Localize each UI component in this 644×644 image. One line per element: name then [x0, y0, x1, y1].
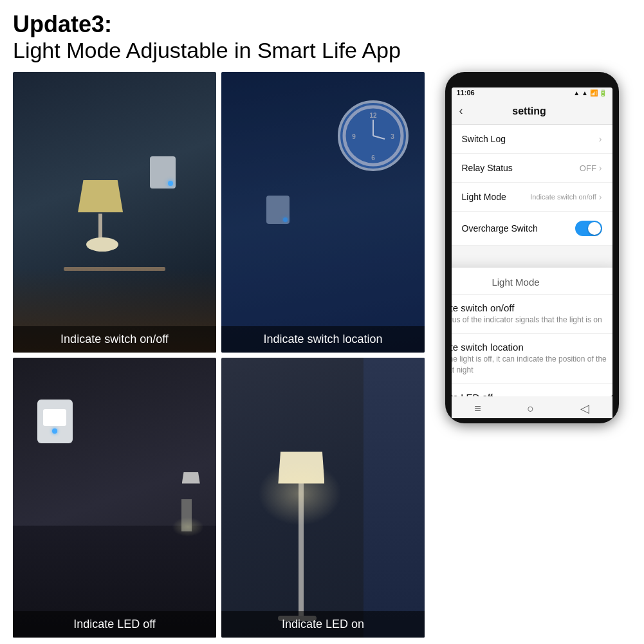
menu-row-switch-log[interactable]: Switch Log › [452, 125, 612, 154]
menu-row-lightmode[interactable]: Light Mode Indicate switch on/off › [452, 183, 612, 212]
dropdown-item-0[interactable]: Indicate switch on/off The status of the… [452, 295, 612, 328]
phone-header: ‹ setting [452, 98, 612, 125]
menu-label-overcharge: Overcharge Switch [462, 223, 538, 234]
caption-bedroom: Indicate switch location [221, 326, 425, 353]
page: Update3: Light Mode Adjustable in Smart … [0, 0, 644, 644]
dropdown-item-sub-1: When the light is off, it can indicate t… [452, 354, 607, 376]
home-circle-icon[interactable]: ○ [527, 402, 534, 416]
image-bedroom: 12 3 6 9 Indicate switch location [221, 72, 425, 352]
caption-wall: Indicate LED off [13, 611, 216, 638]
title-block: Update3: Light Mode Adjustable in Smart … [13, 12, 631, 63]
toggle-knob [588, 222, 601, 235]
image-wall: Indicate LED off [13, 358, 216, 638]
phone-time: 11:06 [457, 89, 475, 97]
menu-row-overcharge[interactable]: Overcharge Switch [452, 212, 612, 246]
chevron-icon-1: › [599, 163, 602, 173]
dropdown-item-2[interactable]: Indicate LED off [452, 384, 612, 397]
phone-device: 11:06 ▲ ▲ 📶 🔋 ‹ setting Switch Log › [445, 72, 619, 423]
image-lamp: Indicate switch on/off [13, 72, 216, 352]
content-row: Indicate switch on/off 12 3 6 9 [13, 72, 631, 638]
outlet-1 [150, 156, 176, 189]
caption-lamp: Indicate switch on/off [13, 326, 216, 353]
status-bar: 11:06 ▲ ▲ 📶 🔋 [452, 87, 612, 98]
lightmode-value: Indicate switch on/off [530, 193, 596, 201]
title-line2: Light Mode Adjustable in Smart Life App [13, 37, 631, 64]
menu-row-relay[interactable]: Relay Status OFF › [452, 154, 612, 183]
phone-icons: ▲ ▲ 📶 🔋 [573, 89, 607, 97]
light-mode-dropdown: Light Mode Indicate switch on/off The st… [452, 268, 612, 396]
menu-label-relay: Relay Status [462, 163, 513, 173]
dropdown-item-title-2: Indicate LED off [452, 392, 607, 397]
back-arrow-icon[interactable]: ‹ [459, 104, 463, 118]
dropdown-item-1[interactable]: Indicate switch location When the light … [452, 334, 612, 378]
title-line1: Update3: [13, 12, 631, 37]
chevron-icon-0: › [599, 134, 602, 144]
toggle-overcharge[interactable] [575, 221, 602, 236]
caption-floor: Indicate LED on [221, 611, 425, 638]
menu-value-overcharge [575, 221, 602, 236]
back-triangle-icon[interactable]: ◁ [580, 401, 589, 416]
phone-bottom-bar: ≡ ○ ◁ [452, 396, 612, 418]
menu-label-switch-log: Switch Log [462, 134, 506, 144]
dropdown-item-title-1: Indicate switch location [452, 342, 607, 353]
images-grid: Indicate switch on/off 12 3 6 9 [13, 72, 425, 638]
menu-label-lightmode: Light Mode [462, 192, 506, 202]
phone-section: 11:06 ▲ ▲ 📶 🔋 ‹ setting Switch Log › [432, 72, 631, 638]
menu-value-relay: OFF › [580, 163, 602, 173]
phone-screen: 11:06 ▲ ▲ 📶 🔋 ‹ setting Switch Log › [452, 87, 612, 396]
home-menu-icon[interactable]: ≡ [474, 402, 481, 416]
blue-dot-1 [168, 181, 173, 186]
menu-value-lightmode: Indicate switch on/off › [530, 192, 602, 202]
dropdown-title: Light Mode [452, 268, 612, 295]
relay-value: OFF [580, 163, 596, 173]
phone-screen-title: setting [470, 106, 589, 117]
menu-value-switch-log: › [599, 134, 602, 144]
dropdown-item-title-0: Indicate switch on/off [452, 302, 607, 313]
image-floor: Indicate LED on [221, 358, 425, 638]
dropdown-item-sub-0: The status of the indicator signals that… [452, 315, 607, 326]
phone-notch [506, 78, 558, 86]
chevron-icon-2: › [599, 192, 602, 202]
